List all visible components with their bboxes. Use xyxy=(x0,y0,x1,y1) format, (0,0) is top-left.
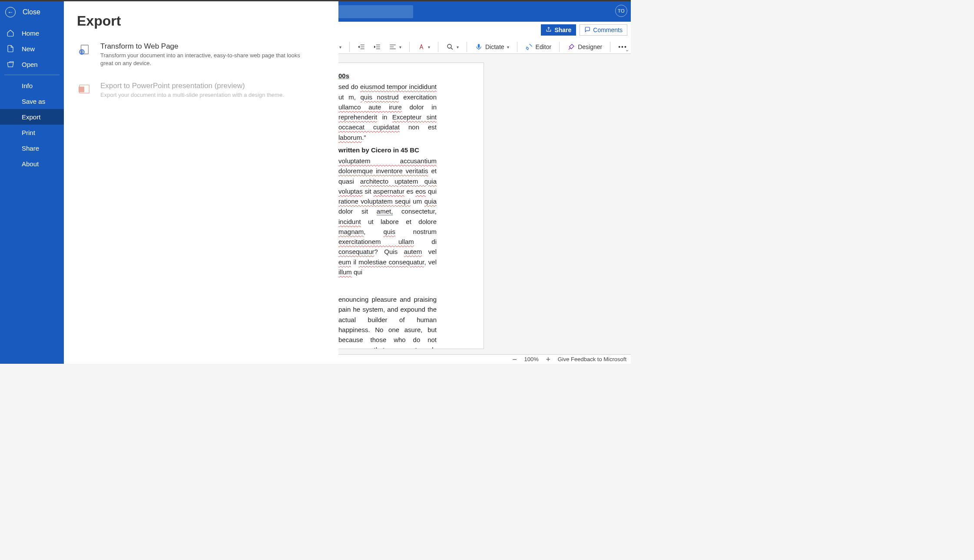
chevron-down-icon: ▾ xyxy=(399,45,401,49)
nav-label: Save as xyxy=(22,98,45,105)
designer-label: Designer xyxy=(578,43,602,50)
powerpoint-icon: P xyxy=(77,82,92,96)
separator xyxy=(559,42,560,52)
option-title: Export to PowerPoint presentation (previ… xyxy=(100,82,284,90)
option-title: Transform to Web Page xyxy=(100,42,309,51)
share-icon xyxy=(546,26,552,34)
new-file-icon xyxy=(6,44,15,53)
zoom-in-button[interactable]: + xyxy=(545,356,552,363)
nav-label: Print xyxy=(22,129,35,136)
svg-rect-1 xyxy=(478,44,480,48)
nav-about[interactable]: About xyxy=(0,156,64,171)
editor-button[interactable]: Editor xyxy=(525,43,552,51)
separator xyxy=(349,42,350,52)
dropdown-caret[interactable]: ▾ xyxy=(339,45,341,49)
page-title: Export xyxy=(77,13,325,29)
back-arrow-icon: ← xyxy=(5,7,16,17)
separator xyxy=(409,42,410,52)
nav-divider xyxy=(4,75,60,75)
designer-button[interactable]: Designer xyxy=(567,43,602,51)
nav-label: Open xyxy=(22,61,38,68)
feedback-link[interactable]: Give Feedback to Microsoft xyxy=(558,356,626,362)
nav-label: Export xyxy=(22,113,40,121)
increase-indent-button[interactable] xyxy=(373,43,381,51)
separator xyxy=(517,42,517,52)
separator xyxy=(610,42,610,52)
nav-label: Info xyxy=(22,82,33,89)
export-powerpoint-preview-disabled: P Export to PowerPoint presentation (pre… xyxy=(77,82,325,99)
backstage-content-panel: Export Transform to Web Page Transform y… xyxy=(64,1,338,364)
share-label: Share xyxy=(554,26,571,33)
backstage-sidebar: ← Close Home New Open Info Save as Expor… xyxy=(0,1,64,364)
document-page[interactable]: 00s sed do eiusmod tempor incididunt ut … xyxy=(338,63,484,349)
zoom-level[interactable]: 100% xyxy=(524,356,539,362)
dictate-button[interactable]: Dictate ▾ xyxy=(475,43,509,51)
separator xyxy=(467,42,467,52)
close-label: Close xyxy=(23,8,40,16)
nav-share[interactable]: Share xyxy=(0,140,64,156)
nav-label: Share xyxy=(22,145,39,152)
comment-icon xyxy=(584,26,590,34)
export-transform-web-page[interactable]: Transform to Web Page Transform your doc… xyxy=(77,42,325,67)
nav-export-selected[interactable]: Export xyxy=(0,109,64,125)
nav-label: About xyxy=(22,160,39,168)
zoom-out-button[interactable]: − xyxy=(511,356,518,363)
close-backstage-button[interactable]: ← Close xyxy=(0,1,64,23)
nav-open[interactable]: Open xyxy=(0,56,64,72)
ribbon: Share Comments ▾ ▾ ▾ ▾ xyxy=(338,22,631,54)
styles-button[interactable]: ▾ xyxy=(417,43,430,51)
document-text: 00s sed do eiusmod tempor incididunt ut … xyxy=(338,63,443,349)
chevron-down-icon: ▾ xyxy=(507,45,509,49)
web-page-icon xyxy=(77,42,92,57)
dictate-label: Dictate xyxy=(485,43,504,50)
nav-label: New xyxy=(22,45,35,53)
align-button[interactable]: ▾ xyxy=(389,43,401,51)
open-folder-icon xyxy=(6,60,15,69)
nav-saveas[interactable]: Save as xyxy=(0,93,64,109)
option-description: Transform your document into an interact… xyxy=(100,52,309,67)
nav-label: Home xyxy=(22,30,39,37)
option-description: Export your document into a multi-slide … xyxy=(100,91,284,99)
svg-point-0 xyxy=(447,44,451,48)
nav-new[interactable]: New xyxy=(0,41,64,56)
comments-label: Comments xyxy=(593,26,623,33)
editor-label: Editor xyxy=(536,43,552,50)
comments-button[interactable]: Comments xyxy=(580,24,627,36)
nav-info[interactable]: Info xyxy=(0,78,64,93)
svg-text:P: P xyxy=(80,88,83,92)
chevron-down-icon: ▾ xyxy=(457,45,459,49)
nav-print[interactable]: Print xyxy=(0,125,64,140)
account-avatar[interactable]: TO xyxy=(615,5,627,17)
find-button[interactable]: ▾ xyxy=(446,43,459,51)
share-button[interactable]: Share xyxy=(541,24,576,36)
chevron-down-icon: ▾ xyxy=(428,45,430,49)
window-top-border xyxy=(0,0,631,1)
decrease-indent-button[interactable] xyxy=(358,43,365,51)
home-icon xyxy=(6,29,15,37)
search-box-placeholder[interactable] xyxy=(338,5,413,18)
nav-home[interactable]: Home xyxy=(0,25,64,41)
separator xyxy=(438,42,438,52)
collapse-ribbon-icon[interactable]: ⌄ xyxy=(625,47,629,53)
